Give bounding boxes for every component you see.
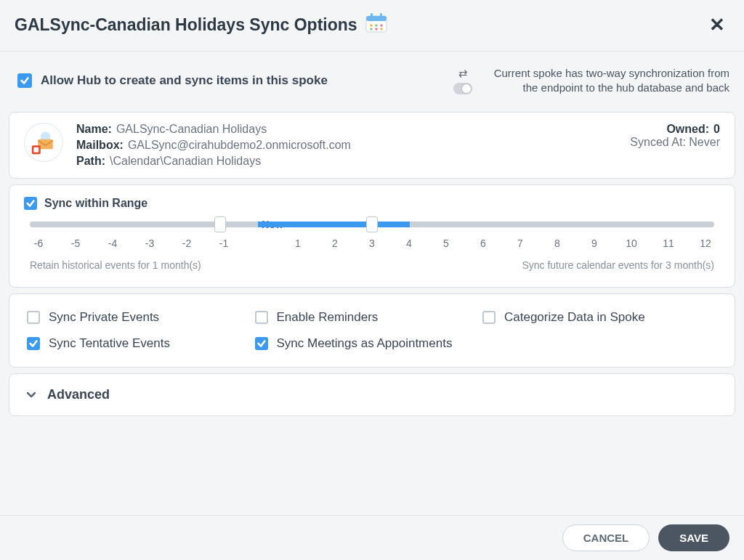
range-slider-track[interactable] bbox=[30, 222, 714, 227]
path-value: \Calendar\Canadian Holidays bbox=[110, 155, 261, 167]
name-value: GALSync-Canadian Holidays bbox=[116, 123, 267, 135]
allow-hub-label[interactable]: Allow Hub to create and sync items in th… bbox=[41, 73, 328, 88]
sync-meetings-appt-option[interactable]: Sync Meetings as Appointments bbox=[255, 336, 483, 351]
slider-tick: 10 bbox=[623, 238, 640, 249]
svg-rect-2 bbox=[371, 13, 373, 18]
mailbox-avatar-icon bbox=[24, 123, 63, 162]
slider-tick: 1 bbox=[289, 238, 307, 249]
cancel-button[interactable]: CANCEL bbox=[562, 524, 650, 551]
svg-point-5 bbox=[375, 24, 378, 27]
mailbox-label: Mailbox: bbox=[76, 139, 124, 151]
slider-tick: -5 bbox=[67, 238, 84, 249]
sync-meetings-appt-checkbox[interactable] bbox=[255, 337, 268, 350]
owned-label: Owned: bbox=[666, 123, 709, 135]
slider-tick bbox=[252, 238, 270, 249]
slider-tick: -6 bbox=[30, 238, 47, 249]
sync-tentative-option[interactable]: Sync Tentative Events bbox=[27, 336, 255, 351]
path-label: Path: bbox=[76, 155, 105, 167]
slider-tick: 11 bbox=[660, 238, 677, 249]
categorize-option[interactable]: Categorize Data in Spoke bbox=[482, 310, 711, 325]
svg-point-9 bbox=[380, 28, 383, 31]
slider-tick: 7 bbox=[512, 238, 529, 249]
slider-tick: 6 bbox=[474, 238, 492, 249]
sync-range-card: Sync within Range Now -6-5-4-3-2-1123456… bbox=[9, 184, 735, 288]
sync-range-checkbox[interactable] bbox=[24, 197, 37, 210]
slider-tick: 9 bbox=[586, 238, 603, 249]
dialog-footer: CANCEL SAVE bbox=[0, 515, 744, 560]
save-button[interactable]: SAVE bbox=[658, 524, 729, 551]
allow-hub-checkbox[interactable] bbox=[17, 73, 32, 88]
sync-private-option[interactable]: Sync Private Events bbox=[27, 310, 255, 325]
categorize-checkbox[interactable] bbox=[482, 311, 496, 324]
svg-point-8 bbox=[375, 28, 378, 31]
sync-private-checkbox[interactable] bbox=[27, 311, 40, 324]
slider-ticks: -6-5-4-3-2-1123456789101112 bbox=[30, 238, 714, 249]
sync-direction-toggle[interactable] bbox=[453, 83, 472, 94]
sync-mode-description: Current spoke has two-way synchronizatio… bbox=[482, 66, 729, 96]
historical-text: Retain historical events for 1 month(s) bbox=[30, 259, 201, 271]
calendar-icon bbox=[363, 10, 389, 39]
options-card: Sync Private Events Enable Reminders Cat… bbox=[9, 293, 735, 368]
svg-point-4 bbox=[370, 24, 373, 27]
mailbox-value: GALSync@cirahubdemo2.onmicrosoft.com bbox=[128, 139, 351, 151]
synced-value: Never bbox=[689, 136, 720, 148]
enable-reminders-checkbox[interactable] bbox=[255, 311, 268, 324]
slider-tick: -3 bbox=[141, 238, 158, 249]
svg-point-6 bbox=[380, 24, 383, 27]
chevron-down-icon bbox=[25, 389, 37, 400]
slider-tick: 4 bbox=[400, 238, 418, 249]
slider-tick: 2 bbox=[326, 238, 344, 249]
slider-tick: 3 bbox=[363, 238, 381, 249]
svg-rect-13 bbox=[33, 147, 39, 152]
slider-tick: 5 bbox=[437, 238, 455, 249]
slider-tick: -2 bbox=[178, 238, 195, 249]
slider-tick: 12 bbox=[697, 238, 714, 249]
dialog-title: GALSync-Canadian Holidays Sync Options bbox=[15, 15, 357, 35]
two-way-sync-icon: ⇄ bbox=[458, 67, 468, 80]
svg-point-7 bbox=[370, 28, 373, 31]
advanced-section[interactable]: Advanced bbox=[9, 373, 735, 416]
range-slider-fill bbox=[258, 222, 410, 227]
sync-range-label[interactable]: Sync within Range bbox=[44, 197, 147, 210]
owned-value: 0 bbox=[713, 123, 720, 135]
range-slider-handle-left[interactable] bbox=[214, 216, 226, 232]
synced-label: Synced At: bbox=[630, 136, 686, 148]
svg-rect-3 bbox=[380, 13, 382, 18]
range-slider-handle-right[interactable] bbox=[366, 216, 378, 232]
name-label: Name: bbox=[76, 123, 112, 135]
spoke-info-card: Name:GALSync-Canadian Holidays Mailbox:G… bbox=[9, 112, 735, 179]
slider-tick: -4 bbox=[104, 238, 121, 249]
enable-reminders-option[interactable]: Enable Reminders bbox=[255, 310, 483, 325]
svg-rect-1 bbox=[366, 16, 387, 21]
slider-tick: 8 bbox=[549, 238, 566, 249]
sync-tentative-checkbox[interactable] bbox=[27, 337, 40, 350]
close-icon[interactable]: ✕ bbox=[705, 11, 729, 39]
future-text: Sync future calendar events for 3 month(… bbox=[522, 259, 714, 271]
slider-tick: -1 bbox=[215, 238, 232, 249]
